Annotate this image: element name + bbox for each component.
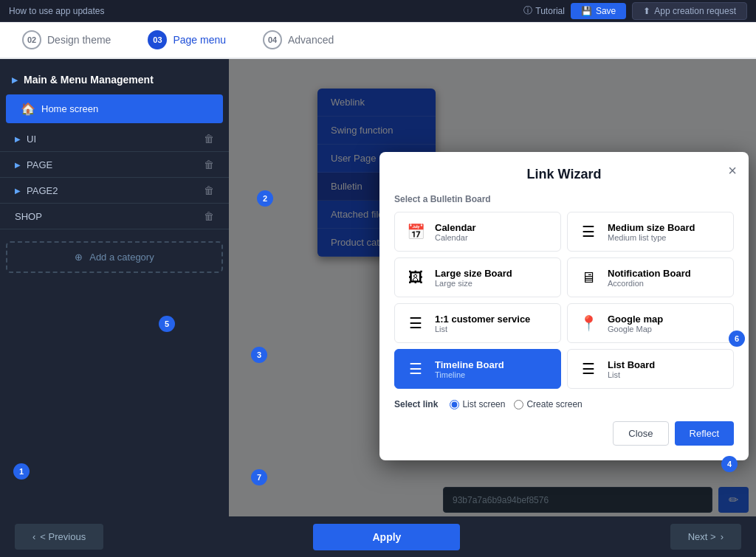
sidebar-item-home[interactable]: 🏠 Home screen	[6, 94, 223, 123]
home-icon: 🏠	[21, 102, 35, 116]
previous-button[interactable]: ‹ < Previous	[15, 524, 103, 550]
modal-close-button[interactable]: Close	[613, 421, 668, 446]
step-circle-03: 03	[148, 30, 167, 49]
bulletin-list-board[interactable]: ☰ List Board List	[567, 349, 734, 389]
google-map-icon: 📍	[577, 311, 600, 335]
modal-section-title: Select a Bulletin Board	[394, 194, 734, 204]
tutorial-link[interactable]: ⓘ Tutorial	[523, 4, 565, 17]
radio-create-input[interactable]	[514, 400, 523, 409]
sidebar-item-page[interactable]: ▶ PAGE 🗑	[0, 152, 229, 178]
bulletin-board-grid: 📅 Calendar Calendar ☰ Medium size Board …	[394, 212, 734, 389]
badge-1: 1	[13, 463, 30, 480]
trash-icon-ui[interactable]: 🗑	[204, 133, 214, 145]
bulletin-google-map[interactable]: 📍 Google map Google Map	[567, 303, 734, 343]
step-label-page: Page menu	[173, 34, 226, 46]
trash-icon-page2[interactable]: 🗑	[204, 184, 214, 196]
modal-footer: Close Reflect	[394, 421, 734, 446]
steps-bar: 02 Design theme 03 Page menu 04 Advanced	[0, 22, 756, 59]
help-text: How to use app updates	[9, 6, 104, 16]
select-link-row: Select link List screen Create screen	[394, 399, 734, 409]
customer-service-icon: ☰	[404, 311, 427, 335]
tree-arrow-page2: ▶	[15, 187, 21, 195]
step-circle-02: 02	[22, 30, 41, 49]
notification-board-icon: 🖥	[577, 266, 600, 289]
link-type-radio-group: List screen Create screen	[450, 399, 582, 409]
calendar-board-icon: 📅	[404, 220, 427, 243]
sidebar-item-shop[interactable]: SHOP 🗑	[0, 204, 229, 229]
radio-list-screen[interactable]: List screen	[450, 399, 505, 409]
bulletin-customer-service[interactable]: ☰ 1:1 customer service List	[394, 303, 561, 343]
radio-create-screen[interactable]: Create screen	[514, 399, 582, 409]
step-advanced[interactable]: 04 Advanced	[263, 30, 334, 49]
apply-button[interactable]: Apply	[313, 524, 460, 550]
top-bar: How to use app updates ⓘ Tutorial 💾 Save…	[0, 0, 756, 22]
medium-board-icon: ☰	[577, 220, 600, 243]
large-board-icon: 🖼	[404, 266, 427, 289]
badge-7: 7	[251, 469, 267, 485]
bulletin-timeline-board[interactable]: ☰ Timeline Board Timeline	[394, 349, 561, 389]
select-link-label: Select link	[394, 399, 438, 409]
trash-icon-shop[interactable]: 🗑	[204, 210, 214, 222]
step-label-design: Design theme	[47, 34, 111, 46]
save-button[interactable]: 💾 Save	[571, 3, 626, 19]
sidebar: Main & Menu Management 🏠 Home screen ▶ U…	[0, 59, 229, 516]
save-icon: 💾	[581, 6, 592, 16]
modal-close-x-button[interactable]: ×	[728, 162, 737, 179]
bulletin-notification-board[interactable]: 🖥 Notification Board Accordion	[567, 257, 734, 297]
radio-list-input[interactable]	[450, 400, 459, 409]
trash-icon-page[interactable]: 🗑	[204, 159, 214, 170]
bulletin-large-board[interactable]: 🖼 Large size Board Large size	[394, 257, 561, 297]
plus-icon: ⊕	[75, 252, 83, 263]
step-page-menu[interactable]: 03 Page menu	[148, 30, 226, 49]
next-button[interactable]: Next > ›	[670, 524, 741, 550]
list-board-icon: ☰	[577, 357, 600, 381]
sidebar-header: Main & Menu Management	[0, 68, 229, 91]
badge-5: 5	[159, 316, 175, 332]
main-layout: Main & Menu Management 🏠 Home screen ▶ U…	[0, 59, 756, 516]
bottom-bar: ‹ < Previous Apply Next > ›	[0, 516, 756, 557]
sidebar-item-page2[interactable]: ▶ PAGE2 🗑	[0, 178, 229, 204]
upload-icon: ⬆	[643, 6, 650, 16]
link-wizard-modal: Link Wizard × Select a Bulletin Board 📅 …	[379, 152, 749, 460]
content-area: Weblink Swing function User Page Bulleti…	[229, 59, 756, 516]
tree-arrow-page: ▶	[15, 161, 21, 169]
next-icon: ›	[721, 531, 724, 542]
step-design-theme[interactable]: 02 Design theme	[22, 30, 111, 49]
bulletin-medium-board[interactable]: ☰ Medium size Board Medium list type	[567, 212, 734, 252]
step-circle-04: 04	[263, 30, 282, 49]
badge-4: 4	[721, 456, 738, 472]
badge-2: 2	[257, 190, 273, 207]
prev-icon: ‹	[32, 531, 35, 542]
tree-arrow-ui: ▶	[15, 135, 21, 143]
sidebar-item-ui[interactable]: ▶ UI 🗑	[0, 126, 229, 152]
add-category-button[interactable]: ⊕ Add a category	[6, 241, 223, 273]
timeline-board-icon: ☰	[404, 357, 427, 381]
tutorial-icon: ⓘ	[523, 4, 532, 17]
app-creation-button[interactable]: ⬆ App creation request	[632, 2, 747, 20]
step-label-advanced: Advanced	[288, 34, 334, 46]
bulletin-calendar[interactable]: 📅 Calendar Calendar	[394, 212, 561, 252]
badge-6: 6	[729, 331, 745, 347]
modal-title: Link Wizard	[394, 167, 734, 182]
modal-overlay: Link Wizard × Select a Bulletin Board 📅 …	[229, 59, 756, 516]
badge-3: 3	[251, 347, 267, 363]
top-bar-actions: ⓘ Tutorial 💾 Save ⬆ App creation request	[523, 2, 747, 20]
modal-reflect-button[interactable]: Reflect	[675, 421, 734, 446]
